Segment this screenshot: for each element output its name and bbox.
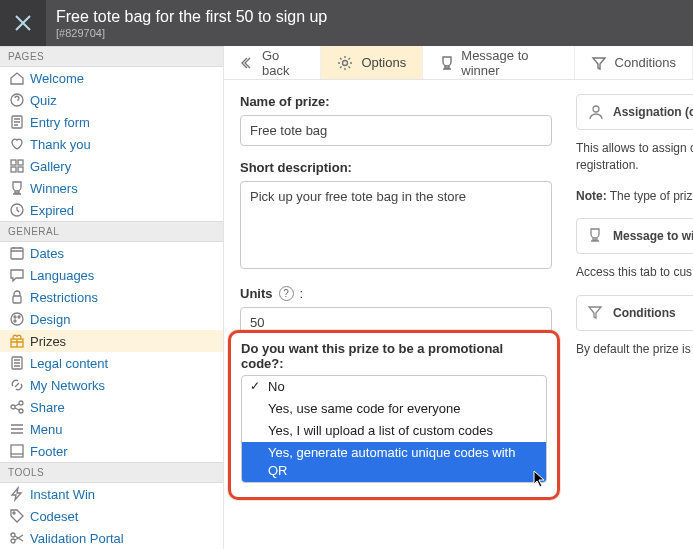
chevron-left-icon	[240, 55, 254, 71]
svg-point-22	[343, 60, 348, 65]
sidebar-item-label: My Networks	[30, 378, 105, 393]
tab-options[interactable]: Options	[321, 46, 423, 79]
sidebar-item-instant-win[interactable]: Instant Win	[0, 483, 223, 505]
sidebar-section-header: GENERAL	[0, 221, 223, 242]
panel-text: This allows to assign oregistration.	[576, 140, 693, 174]
sidebar-item-design[interactable]: Design	[0, 308, 223, 330]
filter-icon	[591, 55, 607, 71]
sidebar-item-footer[interactable]: Footer	[0, 440, 223, 462]
svg-point-15	[11, 405, 15, 409]
tag-icon	[8, 507, 26, 525]
svg-point-11	[18, 316, 20, 318]
menu-icon	[8, 420, 26, 438]
tab-label: Conditions	[615, 55, 676, 70]
trophy-icon	[439, 55, 453, 71]
sidebar-item-legal-content[interactable]: Legal content	[0, 352, 223, 374]
svg-rect-2	[11, 160, 16, 165]
sidebar-item-label: Expired	[30, 203, 74, 218]
sidebar-item-label: Languages	[30, 268, 94, 283]
page-title: Free tote bag for the first 50 to sign u…	[56, 7, 327, 26]
svg-point-20	[11, 533, 15, 537]
svg-point-12	[14, 320, 16, 322]
sidebar-section-header: TOOLS	[0, 462, 223, 483]
svg-point-16	[19, 401, 23, 405]
sidebar-item-restrictions[interactable]: Restrictions	[0, 286, 223, 308]
promo-question: Do you want this prize to be a promotion…	[241, 341, 547, 371]
sidebar-item-label: Codeset	[30, 509, 78, 524]
sidebar-item-label: Gallery	[30, 159, 71, 174]
sidebar-item-label: Footer	[30, 444, 68, 459]
sidebar-item-validation-portal[interactable]: Validation Portal	[0, 527, 223, 549]
sidebar-item-label: Legal content	[30, 356, 108, 371]
calendar-icon	[8, 244, 26, 262]
sidebar-item-label: Design	[30, 312, 70, 327]
svg-point-23	[593, 106, 599, 112]
home-icon	[8, 69, 26, 87]
close-button[interactable]	[0, 0, 46, 46]
promo-option-auto-qr[interactable]: Yes, generate automatic unique codes wit…	[242, 442, 546, 482]
promo-option-same-code[interactable]: Yes, use same code for everyone	[242, 398, 546, 420]
bolt-icon	[8, 485, 26, 503]
sidebar-item-dates[interactable]: Dates	[0, 242, 223, 264]
svg-rect-4	[11, 167, 16, 172]
units-label: Units	[240, 286, 273, 301]
sidebar-item-gallery[interactable]: Gallery	[0, 155, 223, 177]
sidebar-item-welcome[interactable]: Welcome	[0, 67, 223, 89]
sidebar-item-share[interactable]: Share	[0, 396, 223, 418]
sidebar-item-label: Share	[30, 400, 65, 415]
name-label: Name of prize:	[240, 94, 548, 109]
promo-option-upload-list[interactable]: Yes, I will upload a list of custom code…	[242, 420, 546, 442]
sidebar-item-thank-you[interactable]: Thank you	[0, 133, 223, 155]
sidebar-item-my-networks[interactable]: My Networks	[0, 374, 223, 396]
svg-point-9	[11, 313, 23, 325]
user-icon	[587, 103, 605, 121]
tab-conditions[interactable]: Conditions	[575, 46, 693, 79]
form-icon	[8, 113, 26, 131]
promo-dropdown[interactable]: No Yes, use same code for everyone Yes, …	[241, 375, 547, 483]
gift-icon	[8, 332, 26, 350]
panel-conditions[interactable]: Conditions	[576, 295, 693, 331]
info-panel: Assignation (o This allows to assign ore…	[564, 80, 693, 549]
grid-icon	[8, 157, 26, 175]
svg-rect-7	[11, 248, 23, 259]
scissors-icon	[8, 529, 26, 547]
trophy-icon	[8, 179, 26, 197]
clock-icon	[8, 201, 26, 219]
panel-text: By default the prize is	[576, 341, 693, 358]
footer-icon	[8, 442, 26, 460]
palette-icon	[8, 310, 26, 328]
prize-form: Name of prize: Short description: Units …	[224, 80, 564, 549]
promo-option-no[interactable]: No	[242, 376, 546, 398]
tab-label: Options	[361, 55, 406, 70]
gear-icon	[337, 55, 353, 71]
svg-point-10	[14, 316, 16, 318]
header-title-block: Free tote bag for the first 50 to sign u…	[46, 7, 327, 38]
sidebar-item-entry-form[interactable]: Entry form	[0, 111, 223, 133]
tab-message-to-winner[interactable]: Message to winner	[423, 46, 574, 79]
desc-label: Short description:	[240, 160, 548, 175]
help-icon[interactable]: ?	[279, 286, 294, 301]
sidebar-item-menu[interactable]: Menu	[0, 418, 223, 440]
sidebar-item-codeset[interactable]: Codeset	[0, 505, 223, 527]
sidebar-item-label: Entry form	[30, 115, 90, 130]
sidebar-item-label: Thank you	[30, 137, 91, 152]
panel-text: Access this tab to cus	[576, 264, 693, 281]
tab-go-back[interactable]: Go back	[224, 46, 321, 79]
panel-assignation[interactable]: Assignation (o	[576, 94, 693, 130]
sidebar-item-quiz[interactable]: Quiz	[0, 89, 223, 111]
svg-rect-18	[11, 445, 23, 457]
doc-icon	[8, 354, 26, 372]
sidebar-item-prizes[interactable]: Prizes	[0, 330, 223, 352]
sidebar-item-winners[interactable]: Winners	[0, 177, 223, 199]
sidebar-item-expired[interactable]: Expired	[0, 199, 223, 221]
sidebar-item-languages[interactable]: Languages	[0, 264, 223, 286]
filter-icon	[587, 304, 605, 322]
close-icon	[13, 13, 33, 33]
tabs: Go back Options Message to winner Condit…	[224, 46, 693, 80]
sidebar: PAGESWelcomeQuizEntry formThank youGalle…	[0, 46, 224, 549]
sidebar-section-header: PAGES	[0, 46, 223, 67]
desc-input[interactable]	[240, 181, 552, 269]
panel-message[interactable]: Message to wi	[576, 218, 693, 254]
name-input[interactable]	[240, 115, 552, 146]
sidebar-item-label: Quiz	[30, 93, 57, 108]
